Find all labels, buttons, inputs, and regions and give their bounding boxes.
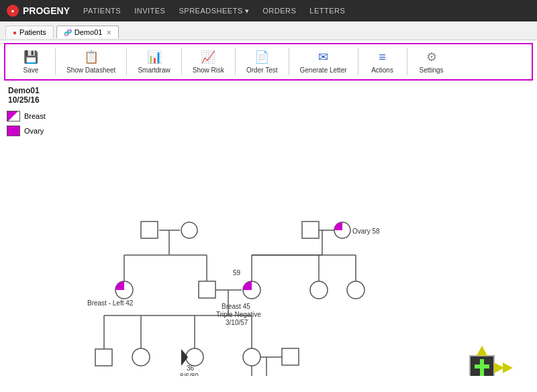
pedigree-area[interactable]: Ovary 58 59 Breast 45 Triple Negative 3/… [0,107,537,376]
svg-rect-43 [95,349,112,366]
separator-1 [55,48,56,75]
smartdraw-button[interactable]: 📊 Smartdraw [131,47,177,77]
svg-rect-28 [141,222,158,238]
nav-spreadsheets[interactable]: SPREADSHEETS ▾ [179,7,249,15]
settings-label: Settings [419,66,443,74]
nav-patients[interactable]: PATIENTS [83,7,121,15]
save-icon: 💾 [23,50,38,64]
svg-text:3/10/57: 3/10/57 [226,319,248,326]
logo-icon: ● [7,5,19,17]
letter-icon: ✉ [318,50,328,64]
show-risk-button[interactable]: 📈 Show Risk [186,47,231,77]
letter-label: Generate Letter [300,66,347,74]
separator-5 [289,48,289,75]
svg-text:Breast 45: Breast 45 [222,303,250,310]
svg-text:Ovary 58: Ovary 58 [352,228,380,235]
separator-4 [235,48,236,75]
tab-patients[interactable]: ● Patients [5,26,54,38]
nav-orders[interactable]: ORDERS [262,7,296,15]
settings-button[interactable]: ⚙ Settings [411,47,452,77]
svg-point-45 [186,348,203,366]
nav-invites[interactable]: INVITES [134,7,165,15]
svg-text:8/6/80: 8/6/80 [180,373,199,376]
nav-letters[interactable]: LETTERS [309,7,345,15]
svg-text:59: 59 [233,269,241,277]
logo-text: PROGENY [23,5,70,16]
separator-2 [126,48,127,75]
patient-name: Demo01 [8,86,529,95]
tab-close-button[interactable]: ✕ [106,29,111,36]
svg-text:36: 36 [187,364,195,372]
pedigree-diagram: Ovary 58 59 Breast 45 Triple Negative 3/… [0,107,537,376]
svg-point-42 [347,281,364,299]
svg-marker-46 [181,349,188,366]
actions-label: Actions [371,66,393,74]
svg-point-41 [310,281,328,299]
datasheet-label: Show Datasheet [66,66,115,74]
tab-demo01-label: Demo01 [75,28,103,36]
tab-demo01[interactable]: 🧬 Demo01 ✕ [56,26,119,38]
top-nav: ● PROGENY PATIENTS INVITES SPREADSHEETS … [0,0,537,21]
svg-marker-58 [494,362,504,373]
patients-dot-icon: ● [13,29,17,36]
svg-text:Breast - Left  42: Breast - Left 42 [87,299,134,307]
tab-patients-label: Patients [19,28,46,36]
order-icon: 📄 [254,50,269,64]
svg-point-29 [181,222,197,238]
svg-rect-33 [199,281,215,298]
demo-icon: 🧬 [64,29,72,36]
app-logo: ● PROGENY [7,5,70,17]
order-label: Order Test [246,66,278,74]
svg-rect-55 [475,364,489,369]
actions-button[interactable]: ≡ Actions [362,48,403,77]
risk-icon: 📈 [201,50,215,64]
svg-rect-30 [302,222,319,238]
svg-point-49 [243,348,260,366]
generate-letter-button[interactable]: ✉ Generate Letter [293,47,354,77]
separator-6 [358,48,358,75]
svg-point-44 [132,348,150,366]
save-button[interactable]: 💾 Save [11,47,51,77]
actions-icon: ≡ [379,50,386,64]
separator-7 [407,48,407,75]
save-label: Save [23,66,39,74]
svg-text:Triple Negative: Triple Negative [216,311,261,318]
order-test-button[interactable]: 📄 Order Test [240,47,285,77]
toolbar: 💾 Save 📋 Show Datasheet 📊 Smartdraw 📈 Sh… [4,43,533,81]
patient-date: 10/25/16 [8,95,529,105]
show-datasheet-button[interactable]: 📋 Show Datasheet [60,47,122,77]
svg-marker-56 [477,346,487,356]
svg-marker-59 [503,362,513,373]
tab-bar: ● Patients 🧬 Demo01 ✕ [0,21,537,40]
settings-icon: ⚙ [426,50,437,64]
separator-3 [181,48,182,75]
datasheet-icon: 📋 [84,50,99,64]
patient-info: Demo01 10/25/16 [0,83,537,107]
svg-rect-22 [282,348,299,365]
risk-label: Show Risk [193,66,224,74]
smartdraw-label: Smartdraw [138,66,170,74]
smartdraw-icon: 📊 [147,50,162,64]
